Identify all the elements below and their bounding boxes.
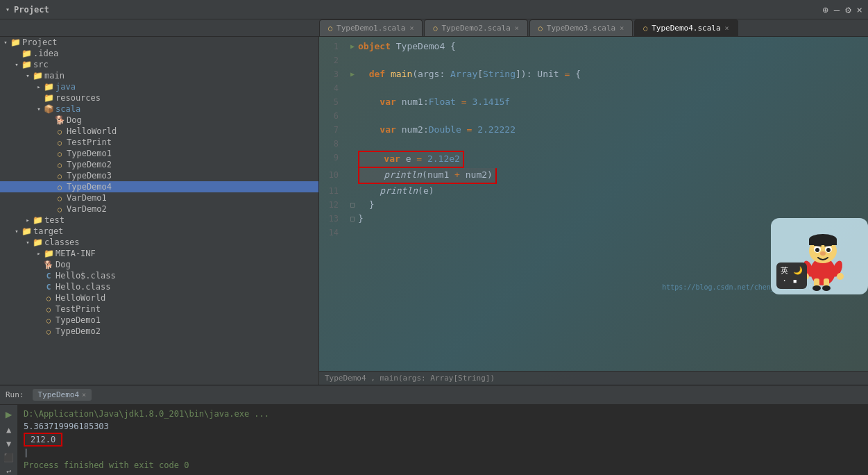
run-output-line: 5.363719996185303 <box>24 420 862 433</box>
top-bar-actions: ⊕ — ⚙ × <box>822 4 862 15</box>
code-editor[interactable]: 1 ▶ object TypeDemo4 { 2 3 ▶ <box>319 37 868 371</box>
svg-point-11 <box>815 248 819 252</box>
tab-label: TypeDemo2.scala <box>441 24 510 33</box>
scala-icon: ○ <box>54 206 65 213</box>
tree-item-typedemo4[interactable]: ○ TypeDemo4 <box>0 181 318 192</box>
line-number: 12 <box>319 198 347 212</box>
tree-item-helloclass[interactable]: C Hello$.class <box>0 270 318 281</box>
tree-arrow-icon: ▸ <box>24 217 32 224</box>
tree-label: TestPrint <box>67 138 112 147</box>
tree-item-vardemo2[interactable]: ○ VarDemo2 <box>0 203 318 215</box>
run-panel: Run: TypeDemo4 × ▶ ▲ ▼ ⬛ ↩ D:\Applicatio… <box>0 385 868 475</box>
code-line-1: 1 ▶ object TypeDemo4 { <box>319 40 868 53</box>
tree-arrow-icon: ▾ <box>24 72 32 79</box>
tree-item-test[interactable]: ▸ 📁 test <box>0 215 318 226</box>
minus-icon[interactable]: — <box>834 4 840 15</box>
scala-icon: ○ <box>43 294 54 302</box>
tree-item-helloworld2[interactable]: ○ HelloWorld <box>0 292 318 303</box>
folder-icon: 📁 <box>21 49 32 58</box>
tree-label: VarDemo1 <box>67 193 107 203</box>
run-tab-typedemo4[interactable]: TypeDemo4 × <box>33 389 92 401</box>
line-number: 6 <box>319 109 347 123</box>
line-content: } <box>358 198 868 212</box>
tab-label: TypeDemo4.scala <box>652 24 720 33</box>
tree-label: HelloWorld <box>56 293 105 303</box>
tree-item-main[interactable]: ▾ 📁 main <box>0 70 318 81</box>
line-number: 14 <box>319 226 347 240</box>
tree-item-typedemo1b[interactable]: ○ TypeDemo1 <box>0 315 318 326</box>
project-title: Project <box>14 5 49 15</box>
tree-label: Dog <box>56 260 71 269</box>
tab-typedemo4[interactable]: ○ TypeDemo4.scala × <box>634 19 738 36</box>
tree-arrow-icon: ▾ <box>24 239 32 246</box>
run-output: D:\Application\Java\jdk1.8.0_201\bin\jav… <box>18 405 868 475</box>
run-tab-close-icon[interactable]: × <box>82 391 86 399</box>
top-bar: ▾ Project ⊕ — ⚙ × <box>0 0 868 19</box>
tab-typedemo1[interactable]: ○ TypeDemo1.scala × <box>319 19 423 36</box>
run-up-icon[interactable]: ▲ <box>6 425 11 435</box>
tree-arrow-icon: ▾ <box>1 39 10 46</box>
tree-label: scala <box>56 104 80 114</box>
line-content: def main(args: Array[String]): Unit = { <box>358 67 868 81</box>
tree-item-typedemo2[interactable]: ○ TypeDemo2 <box>0 159 318 170</box>
tree-item-src[interactable]: ▾ 📁 src <box>0 59 318 70</box>
run-marker-icon[interactable]: ▶ <box>347 67 358 81</box>
tree-item-resources[interactable]: 📁 resources <box>0 92 318 103</box>
run-output-line: D:\Application\Java\jdk1.8.0_201\bin\jav… <box>24 408 862 420</box>
scala-icon: ○ <box>43 317 54 324</box>
tab-icon: ○ <box>538 24 543 32</box>
run-tab-name: TypeDemo4 <box>38 390 80 399</box>
tree-label: java <box>56 82 76 92</box>
tree-item-dog[interactable]: 🐕 Dog <box>0 115 318 126</box>
tree-item-testprint[interactable]: ○ TestPrint <box>0 137 318 148</box>
run-marker-icon: □ <box>347 198 358 212</box>
tree-item-metainf[interactable]: ▸ 📁 META-INF <box>0 248 318 259</box>
tree-item-project[interactable]: ▾ 📁 Project <box>0 37 318 48</box>
tree-item-typedemo1[interactable]: ○ TypeDemo1 <box>0 148 318 159</box>
run-play-icon[interactable]: ▶ <box>6 408 12 421</box>
code-line-3: 3 ▶ def main(args: Array[String]): Unit … <box>319 67 868 81</box>
line-number: 2 <box>319 53 347 67</box>
tab-typedemo3[interactable]: ○ TypeDemo3.scala × <box>529 19 633 36</box>
tab-close-icon[interactable]: × <box>725 24 729 32</box>
add-icon[interactable]: ⊕ <box>822 4 828 15</box>
tab-close-icon[interactable]: × <box>409 24 414 32</box>
svg-point-12 <box>826 248 831 252</box>
tree-item-target[interactable]: ▾ 📁 target <box>0 226 318 237</box>
scala-icon: ○ <box>54 194 65 202</box>
gear-icon[interactable]: ⚙ <box>845 4 851 15</box>
run-marker-icon[interactable]: ▶ <box>347 40 358 53</box>
run-wrap-icon[interactable]: ↩ <box>6 467 11 475</box>
tree-item-vardemo1[interactable]: ○ VarDemo1 <box>0 192 318 203</box>
status-text: TypeDemo4 , main(args: Array[String]) <box>325 374 495 383</box>
line-number: 5 <box>319 95 347 109</box>
tree-item-scala[interactable]: ▾ 📦 scala <box>0 103 318 115</box>
tree-item-helloclass2[interactable]: C Hello.class <box>0 281 318 292</box>
folder-icon: 📁 <box>32 71 43 81</box>
main-area: ▾ 📁 Project 📁 .idea ▾ 📁 src ▾ 📁 main ▸ <box>0 37 868 385</box>
tab-close-icon[interactable]: × <box>620 24 624 32</box>
run-toolbar: ▶ ▲ ▼ ⬛ ↩ <box>0 405 18 475</box>
tab-typedemo2[interactable]: ○ TypeDemo2.scala × <box>424 19 527 36</box>
tree-item-typedemo3[interactable]: ○ TypeDemo3 <box>0 170 318 181</box>
run-stop-icon[interactable]: ⬛ <box>3 453 14 462</box>
tree-item-dog2[interactable]: 🐕 Dog <box>0 259 318 270</box>
code-line-8: 8 <box>319 137 868 151</box>
line-number: 4 <box>319 81 347 95</box>
tree-item-helloworld[interactable]: ○ HelloWorld <box>0 126 318 137</box>
folder-icon: 📁 <box>32 238 43 247</box>
tree-item-typedemo2b[interactable]: ○ TypeDemo2 <box>0 326 318 337</box>
tree-item-testprint2[interactable]: ○ TestPrint <box>0 303 318 315</box>
tree-item-idea[interactable]: 📁 .idea <box>0 48 318 59</box>
line-content: var e = 2.12e2 <box>358 151 868 168</box>
run-down-icon[interactable]: ▼ <box>6 439 11 449</box>
line-content: println(num1 + num2) <box>358 168 868 184</box>
class-icon: C <box>43 272 54 281</box>
code-line-7: 7 var num2:Double = 2.22222 <box>319 123 868 137</box>
tab-close-icon[interactable]: × <box>515 24 519 32</box>
close-icon[interactable]: × <box>857 4 862 15</box>
tree-item-classes[interactable]: ▾ 📁 classes <box>0 237 318 248</box>
tree-label: HelloWorld <box>67 126 117 136</box>
tree-item-java[interactable]: ▸ 📁 java <box>0 81 318 92</box>
tree-label: target <box>33 226 63 236</box>
